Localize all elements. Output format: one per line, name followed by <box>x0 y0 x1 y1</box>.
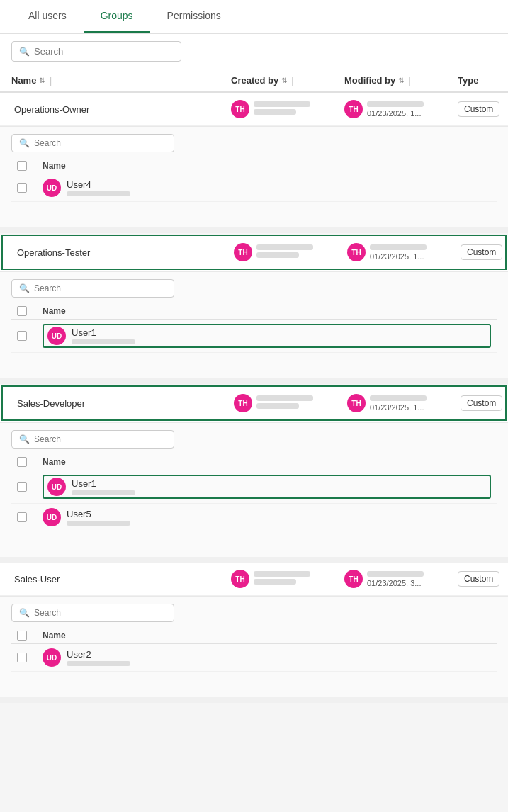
user-name-sales-user-0: User2 <box>67 649 130 660</box>
empty-row-operations-tester <box>11 353 497 376</box>
panel-search-icon-operations-owner: 🔍 <box>19 138 30 148</box>
user-avatar-sales-user-0: UD <box>43 648 61 667</box>
groups-container: Operations-Owner TH TH 01/23/2025, 1... … <box>0 93 508 703</box>
panel-operations-tester: 🔍 Name UD User1 <box>0 271 508 378</box>
top-search-input[interactable] <box>34 46 174 57</box>
user-info-sales-user-0: User2 <box>67 649 130 666</box>
group-row-sales-user[interactable]: Sales-User TH TH 01/23/2025, 3... Custom <box>0 563 508 596</box>
col-type-label: Type <box>458 75 478 86</box>
user-list-header-sales-user: Name <box>11 628 497 644</box>
checkbox-header-operations-owner <box>17 161 43 171</box>
user-info-sales-developer-1: User5 <box>67 509 130 526</box>
group-modified-cell-sales-developer: TH 01/23/2025, 1... <box>347 394 461 412</box>
group-created-cell-operations-owner: TH <box>231 100 344 118</box>
modified-avatar-sales-user: TH <box>344 570 363 588</box>
select-all-checkbox-operations-tester[interactable] <box>17 306 27 316</box>
user-checkbox-sales-developer-1[interactable] <box>17 512 27 522</box>
user-email-blur-operations-owner-0 <box>67 191 130 196</box>
select-all-checkbox-sales-user[interactable] <box>17 631 27 641</box>
type-badge-sales-user: Custom <box>458 571 499 587</box>
user-item-sales-developer-0: UD User1 <box>43 475 491 499</box>
user-checkbox-cell-operations-owner-0 <box>17 183 43 193</box>
user-email-blur-operations-tester-0 <box>72 339 135 344</box>
user-checkbox-sales-developer-0[interactable] <box>17 482 27 492</box>
type-badge-operations-tester: Custom <box>461 244 502 260</box>
name-col-header-sales-developer: Name <box>43 457 491 467</box>
modified-info-sales-user: 01/23/2025, 3... <box>367 571 424 587</box>
created-info-operations-owner <box>254 101 310 117</box>
user-checkbox-sales-user-0[interactable] <box>17 653 27 662</box>
name-col-header-sales-user: Name <box>43 631 491 641</box>
panel-search-icon-sales-developer: 🔍 <box>19 434 30 444</box>
user-row-operations-tester-0: UD User1 <box>11 320 497 353</box>
modified-date-operations-tester: 01/23/2025, 1... <box>370 252 427 261</box>
user-row-operations-owner-0: UD User4 <box>11 174 497 202</box>
sort-icon-name[interactable]: ⇅ <box>39 77 45 84</box>
group-modified-cell-operations-tester: TH 01/23/2025, 1... <box>347 243 461 261</box>
modified-name-blur-operations-owner <box>367 101 424 107</box>
user-checkbox-operations-owner-0[interactable] <box>17 183 27 193</box>
tab-all-users[interactable]: All users <box>11 0 84 33</box>
group-created-cell-operations-tester: TH <box>234 243 347 261</box>
user-name-sales-developer-0: User1 <box>72 478 135 489</box>
checkbox-header-operations-tester <box>17 306 43 316</box>
modified-date-sales-user: 01/23/2025, 3... <box>367 579 424 587</box>
panel-search-input-operations-owner[interactable] <box>34 138 166 148</box>
col-created-label: Created by <box>231 75 278 86</box>
user-checkbox-operations-tester-0[interactable] <box>17 331 27 341</box>
empty-row-sales-user <box>11 672 497 694</box>
user-name-operations-tester-0: User1 <box>72 327 135 338</box>
empty-row-operations-owner <box>11 202 497 225</box>
created-name-blur-sales-user <box>254 571 310 577</box>
modified-avatar-operations-tester: TH <box>347 243 366 261</box>
table-header: Name ⇅ | Created by ⇅ | Modified by ⇅ | … <box>0 69 508 93</box>
group-section-sales-developer: Sales-Developer TH TH 01/23/2025, 1... C… <box>0 385 508 563</box>
group-name-sales-user: Sales-User <box>11 574 231 585</box>
type-badge-operations-owner: Custom <box>458 101 499 117</box>
modified-date-operations-owner: 01/23/2025, 1... <box>367 109 424 118</box>
tab-permissions[interactable]: Permissions <box>150 0 238 33</box>
user-row-sales-developer-0: UD User1 <box>11 470 497 504</box>
panel-search-input-sales-user[interactable] <box>34 608 166 618</box>
checkbox-header-sales-developer <box>17 457 43 467</box>
user-info-sales-developer-0: User1 <box>72 478 135 495</box>
modified-info-sales-developer: 01/23/2025, 1... <box>370 395 427 412</box>
created-name-blur2-operations-tester <box>256 252 299 258</box>
sort-icon-created[interactable]: ⇅ <box>281 77 287 84</box>
panel-search-input-operations-tester[interactable] <box>34 283 166 293</box>
group-created-cell-sales-user: TH <box>231 570 344 588</box>
col-created-header: Created by ⇅ | <box>231 75 344 86</box>
group-type-sales-user: Custom <box>458 571 508 587</box>
col-modified-label: Modified by <box>344 75 395 86</box>
panel-sales-developer: 🔍 Name UD User1 UD Us <box>0 422 508 557</box>
group-row-sales-developer[interactable]: Sales-Developer TH TH 01/23/2025, 1... C… <box>1 385 507 421</box>
col-type-header: Type <box>458 75 508 86</box>
user-email-blur-sales-developer-0 <box>72 490 135 495</box>
modified-name-blur-sales-developer <box>370 395 427 401</box>
created-info-sales-developer <box>256 395 313 411</box>
panel-search-input-sales-developer[interactable] <box>34 434 166 444</box>
group-row-operations-owner[interactable]: Operations-Owner TH TH 01/23/2025, 1... … <box>0 93 508 126</box>
user-item-sales-developer-1: UD User5 <box>43 508 491 526</box>
top-search-box: 🔍 <box>11 41 181 62</box>
group-modified-cell-operations-owner: TH 01/23/2025, 1... <box>344 100 458 118</box>
name-col-header-operations-tester: Name <box>43 306 491 316</box>
modified-name-blur-operations-tester <box>370 244 427 250</box>
group-name-sales-developer: Sales-Developer <box>14 398 234 409</box>
user-checkbox-cell-sales-user-0 <box>17 653 43 662</box>
select-all-checkbox-operations-owner[interactable] <box>17 161 27 171</box>
col-name-header: Name ⇅ | <box>11 75 231 86</box>
sort-icon-modified[interactable]: ⇅ <box>398 77 404 84</box>
created-info-sales-user <box>254 571 310 587</box>
user-name-sales-developer-1: User5 <box>67 509 130 519</box>
empty-row-sales-developer <box>11 531 497 554</box>
panel-search-operations-tester: 🔍 <box>11 279 174 298</box>
created-name-blur-operations-owner <box>254 101 310 107</box>
panel-sales-user: 🔍 Name UD User2 <box>0 596 508 697</box>
group-modified-cell-sales-user: TH 01/23/2025, 3... <box>344 570 458 588</box>
tab-groups[interactable]: Groups <box>84 0 150 33</box>
group-row-operations-tester[interactable]: Operations-Tester TH TH 01/23/2025, 1...… <box>1 235 507 270</box>
top-search-container: 🔍 <box>0 34 508 69</box>
select-all-checkbox-sales-developer[interactable] <box>17 457 27 467</box>
created-name-blur2-sales-user <box>254 579 296 585</box>
